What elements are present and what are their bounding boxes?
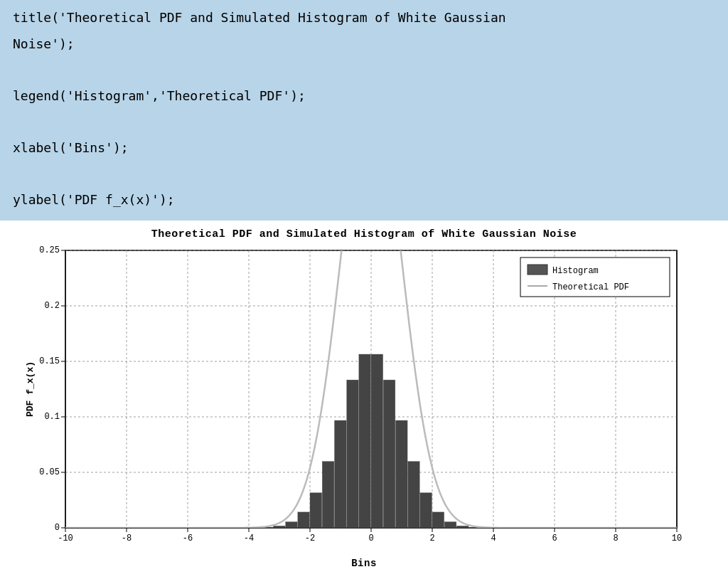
svg-rect-34 xyxy=(298,511,310,527)
svg-rect-42 xyxy=(395,420,407,528)
svg-rect-39 xyxy=(359,354,371,527)
code-line-2: Noise'); xyxy=(13,33,715,55)
chart-section: Theoretical PDF and Simulated Histogram … xyxy=(0,221,728,584)
x-tick-0: 0 xyxy=(368,533,373,543)
code-line-empty2 xyxy=(13,111,715,133)
svg-rect-47 xyxy=(456,526,469,528)
code-line-5: ylabel('PDF f_x(x)'); xyxy=(13,189,715,211)
svg-rect-35 xyxy=(310,492,322,527)
code-line-1: title('Theoretical PDF and Simulated His… xyxy=(13,7,715,29)
legend-pdf-label: Theoretical PDF xyxy=(552,282,629,292)
code-line-empty3 xyxy=(13,164,715,186)
legend-histogram-swatch xyxy=(528,265,547,275)
x-tick-marks xyxy=(65,528,677,532)
y-tick-005: 0.05 xyxy=(39,467,60,477)
y-tick-marks xyxy=(61,250,65,528)
x-tick-6: 6 xyxy=(552,533,557,543)
svg-rect-32 xyxy=(273,526,285,528)
svg-rect-45 xyxy=(432,511,444,527)
svg-rect-46 xyxy=(444,521,456,527)
svg-rect-36 xyxy=(322,461,334,527)
y-tick-02: 0.2 xyxy=(44,301,60,311)
svg-rect-37 xyxy=(334,420,346,528)
x-tick-n2: -2 xyxy=(305,533,315,543)
x-tick-10: 10 xyxy=(672,533,682,543)
code-line-empty1 xyxy=(13,59,715,81)
chart-title: Theoretical PDF and Simulated Histogram … xyxy=(23,228,705,240)
x-tick-n10: -10 xyxy=(58,533,73,543)
legend-histogram-label: Histogram xyxy=(552,266,599,276)
y-tick-025: 0.25 xyxy=(39,245,60,255)
x-tick-n8: -8 xyxy=(122,533,132,543)
code-section: title('Theoretical PDF and Simulated His… xyxy=(0,0,728,221)
y-tick-01: 0.1 xyxy=(44,412,60,422)
x-tick-8: 8 xyxy=(613,533,618,543)
code-line-3: legend('Histogram','Theoretical PDF'); xyxy=(13,85,715,107)
svg-rect-40 xyxy=(371,354,383,527)
chart-container: Theoretical PDF and Simulated Histogram … xyxy=(23,228,705,577)
y-axis-label: PDF f_x(x) xyxy=(25,361,36,416)
x-axis-label: Bins xyxy=(23,558,705,569)
code-line-4: xlabel('Bins'); xyxy=(13,137,715,159)
svg-rect-43 xyxy=(408,461,420,527)
y-tick-015: 0.15 xyxy=(39,356,60,366)
y-tick-0: 0 xyxy=(55,523,60,533)
x-tick-4: 4 xyxy=(491,533,496,543)
x-tick-2: 2 xyxy=(429,533,434,543)
x-tick-n4: -4 xyxy=(244,533,254,543)
x-tick-n6: -6 xyxy=(183,533,193,543)
chart-svg: 0 0.05 0.1 0.15 0.2 0.25 -10 -8 -6 -4 -2… xyxy=(23,243,705,556)
svg-rect-41 xyxy=(383,380,395,528)
chart-area: 0 0.05 0.1 0.15 0.2 0.25 -10 -8 -6 -4 -2… xyxy=(23,243,705,556)
svg-rect-38 xyxy=(347,380,359,528)
svg-rect-33 xyxy=(286,521,298,527)
svg-rect-44 xyxy=(420,492,432,527)
